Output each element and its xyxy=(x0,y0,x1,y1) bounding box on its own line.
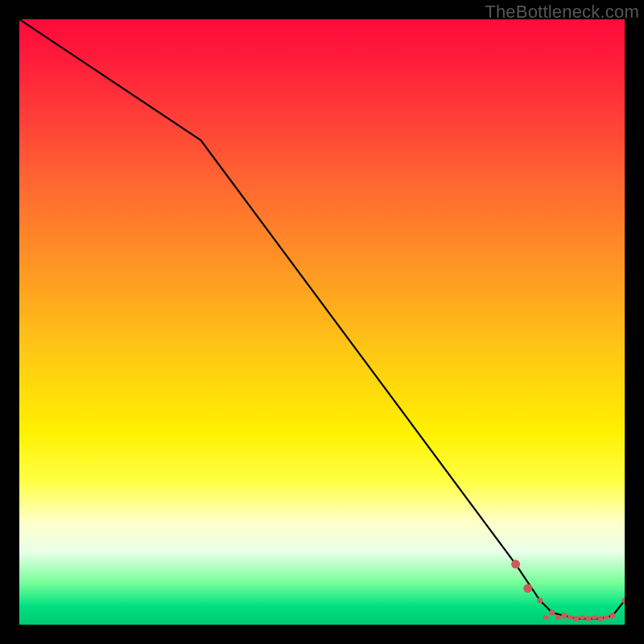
watermark-text: TheBottleneck.com xyxy=(485,2,639,23)
chart-canvas xyxy=(19,19,625,625)
